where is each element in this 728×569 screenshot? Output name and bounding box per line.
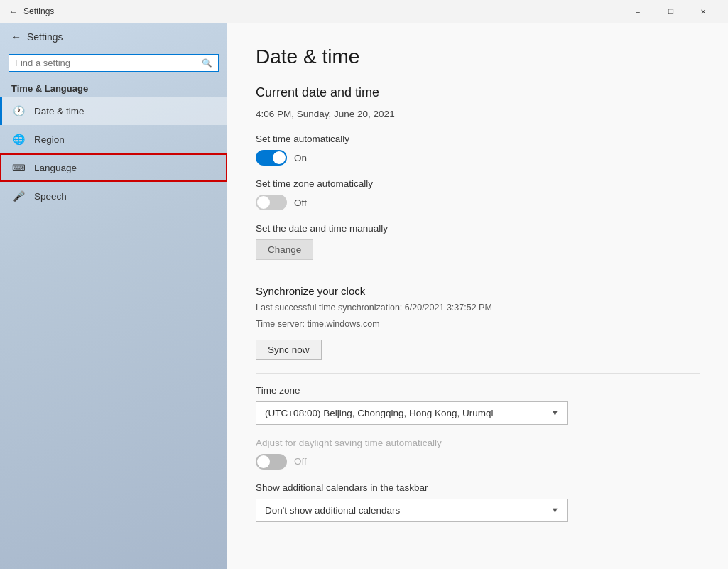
current-time-value: 4:06 PM, Sunday, June 20, 2021 xyxy=(256,109,700,119)
minimize-button[interactable]: – xyxy=(621,0,654,23)
manual-datetime-row: Set the date and time manually Change xyxy=(256,223,700,260)
app-title: Settings xyxy=(23,6,621,16)
timezone-row: Time zone (UTC+08:00) Beijing, Chongqing… xyxy=(256,385,700,425)
language-icon: ⌨ xyxy=(11,161,26,175)
additional-calendars-dropdown[interactable]: Don't show additional calendars ▼ xyxy=(256,499,568,522)
search-input[interactable] xyxy=(15,58,202,68)
set-timezone-auto-toggle[interactable] xyxy=(256,195,287,210)
sidebar-item-language-label: Language xyxy=(34,163,77,173)
daylight-saving-toggle[interactable] xyxy=(256,454,287,470)
sync-last-sync: Last successful time synchronization: 6/… xyxy=(256,301,700,315)
sync-time-server: Time server: time.windows.com xyxy=(256,318,700,331)
sidebar-item-language[interactable]: ⌨ Language xyxy=(0,153,227,182)
close-button[interactable]: ✕ xyxy=(687,0,719,23)
sidebar-item-region[interactable]: 🌐 Region xyxy=(0,125,227,153)
globe-icon: 🌐 xyxy=(11,132,26,146)
search-icon: 🔍 xyxy=(202,58,212,68)
sidebar-back-button[interactable]: ← Settings xyxy=(0,23,227,51)
timezone-label: Time zone xyxy=(256,385,700,396)
restore-button[interactable]: ☐ xyxy=(654,0,687,23)
title-bar: ← Settings – ☐ ✕ xyxy=(0,0,728,23)
current-datetime-title: Current date and time xyxy=(256,85,700,100)
sidebar-item-speech[interactable]: 🎤 Speech xyxy=(0,182,227,210)
page-title: Date & time xyxy=(256,45,700,68)
additional-calendars-value: Don't show additional calendars xyxy=(265,505,400,516)
sidebar-item-date-time[interactable]: 🕐 Date & time xyxy=(0,97,227,125)
content-area: Date & time Current date and time 4:06 P… xyxy=(227,23,728,569)
window-controls: – ☐ ✕ xyxy=(621,0,719,23)
manual-datetime-label: Set the date and time manually xyxy=(256,223,700,234)
timezone-dropdown[interactable]: (UTC+08:00) Beijing, Chongqing, Hong Kon… xyxy=(256,401,568,425)
set-time-auto-thumb xyxy=(273,151,286,164)
set-time-auto-toggle[interactable] xyxy=(256,150,287,166)
sync-clock-title: Synchronize your clock xyxy=(256,285,700,297)
sync-now-button[interactable]: Sync now xyxy=(256,340,322,360)
sidebar-section-title: Time & Language xyxy=(0,77,227,97)
daylight-saving-thumb xyxy=(257,455,270,468)
daylight-saving-text: Off xyxy=(294,456,307,467)
daylight-saving-toggle-row: Off xyxy=(256,454,700,470)
divider-1 xyxy=(256,273,700,273)
set-timezone-auto-track xyxy=(256,195,287,210)
set-time-auto-track xyxy=(256,150,287,166)
divider-2 xyxy=(256,373,700,374)
daylight-saving-row: Adjust for daylight saving time automati… xyxy=(256,438,700,470)
set-timezone-auto-thumb xyxy=(257,196,270,209)
sidebar-item-date-time-label: Date & time xyxy=(34,106,85,116)
sidebar-item-speech-label: Speech xyxy=(34,191,67,202)
sidebar-item-region-label: Region xyxy=(34,134,65,145)
set-timezone-auto-row: Set time zone automatically Off xyxy=(256,178,700,210)
additional-calendars-label: Show additional calendars in the taskbar xyxy=(256,482,700,493)
additional-calendars-row: Show additional calendars in the taskbar… xyxy=(256,482,700,522)
timezone-dropdown-arrow: ▼ xyxy=(551,408,559,417)
set-time-auto-row: Set time automatically On xyxy=(256,134,700,166)
daylight-saving-label: Adjust for daylight saving time automati… xyxy=(256,438,700,448)
set-timezone-auto-toggle-row: Off xyxy=(256,195,700,210)
set-time-auto-label: Set time automatically xyxy=(256,134,700,144)
set-time-auto-text: On xyxy=(294,153,307,163)
set-timezone-auto-label: Set time zone automatically xyxy=(256,178,700,189)
main-area: ← Settings 🔍 Time & Language 🕐 Date & ti… xyxy=(0,23,728,569)
sidebar-app-title: Settings xyxy=(27,31,63,43)
timezone-selected-value: (UTC+08:00) Beijing, Chongqing, Hong Kon… xyxy=(265,408,494,418)
clock-icon: 🕐 xyxy=(11,104,26,118)
microphone-icon: 🎤 xyxy=(11,189,26,203)
set-time-auto-toggle-row: On xyxy=(256,150,700,166)
sync-clock-row: Synchronize your clock Last successful t… xyxy=(256,285,700,360)
daylight-saving-track xyxy=(256,454,287,470)
set-timezone-auto-text: Off xyxy=(294,197,307,208)
search-box[interactable]: 🔍 xyxy=(9,54,219,72)
sidebar: ← Settings 🔍 Time & Language 🕐 Date & ti… xyxy=(0,23,227,569)
back-icon: ← xyxy=(9,6,18,17)
back-arrow-icon: ← xyxy=(11,31,21,43)
change-button[interactable]: Change xyxy=(256,239,313,260)
additional-calendars-arrow: ▼ xyxy=(551,506,559,514)
